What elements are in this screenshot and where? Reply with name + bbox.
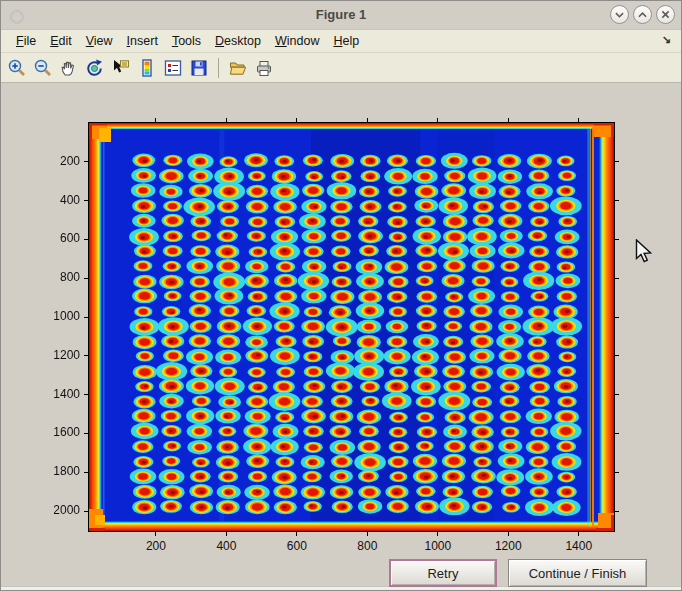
window-controls: [610, 5, 675, 24]
y-tick-label: 1200: [41, 348, 80, 362]
axis-tick: [614, 278, 619, 279]
axis-tick: [614, 511, 619, 512]
data-cursor-icon: [111, 58, 131, 78]
axis-tick: [84, 511, 89, 512]
axis-tick: [578, 118, 579, 123]
maximize-button[interactable]: [633, 5, 652, 24]
chevron-down-icon: [611, 5, 628, 24]
menu-window[interactable]: Window: [268, 32, 326, 50]
y-tick-label: 800: [41, 270, 80, 284]
toolbar-separator: [218, 58, 219, 78]
axis-tick: [614, 161, 619, 162]
y-tick-label: 1000: [41, 309, 80, 323]
x-tick-label: 800: [345, 539, 389, 553]
continue-finish-button[interactable]: Continue / Finish: [508, 559, 647, 587]
axis-tick: [226, 531, 227, 536]
axis-tick: [84, 161, 89, 162]
y-tick-label: 1600: [41, 425, 80, 439]
zoom-in-icon: [7, 58, 27, 78]
y-tick-label: 400: [41, 193, 80, 207]
titlebar[interactable]: Figure 1: [1, 1, 681, 30]
menu-tools[interactable]: Tools: [165, 32, 208, 50]
insert-legend-button[interactable]: [161, 55, 185, 80]
zoom-out-button[interactable]: [31, 55, 55, 80]
axis-tick: [614, 394, 619, 395]
axis-tick: [367, 531, 368, 536]
x-tick-label: 400: [204, 539, 248, 553]
axis-tick: [367, 118, 368, 123]
retry-button[interactable]: Retry: [389, 559, 497, 587]
mouse-cursor: [635, 239, 653, 265]
menu-edit[interactable]: Edit: [43, 32, 79, 50]
menu-items: FileEditViewInsertToolsDesktopWindowHelp: [9, 32, 366, 50]
insert-colorbar-icon: [137, 58, 157, 78]
open-icon: [228, 58, 248, 78]
axis-tick: [614, 472, 619, 473]
x-tick-label: 1400: [557, 539, 601, 553]
data-cursor-button[interactable]: [109, 55, 133, 80]
y-tick-label: 600: [41, 231, 80, 245]
y-tick-label: 200: [41, 154, 80, 168]
rotate-3d-button[interactable]: [83, 55, 107, 80]
axis-tick: [614, 200, 619, 201]
axis-tick: [296, 118, 297, 123]
save-button[interactable]: [187, 55, 211, 80]
open-button[interactable]: [226, 55, 250, 80]
axis-tick: [84, 472, 89, 473]
chevron-up-icon: [634, 5, 651, 24]
save-icon: [189, 58, 209, 78]
close-icon: [657, 5, 674, 24]
pan-icon: [59, 58, 79, 78]
zoom-in-button[interactable]: [5, 55, 29, 80]
axis-tick: [614, 317, 619, 318]
axis-tick: [614, 239, 619, 240]
axis-tick: [84, 200, 89, 201]
axis-tick: [155, 531, 156, 536]
window-title: Figure 1: [1, 7, 681, 22]
axis-tick: [155, 118, 156, 123]
axis-tick: [614, 433, 619, 434]
axis-tick: [84, 239, 89, 240]
zoom-out-icon: [33, 58, 53, 78]
axis-tick: [84, 317, 89, 318]
print-button[interactable]: [252, 55, 276, 80]
dock-figure-icon[interactable]: ↘: [662, 33, 671, 46]
menu-help[interactable]: Help: [326, 32, 366, 50]
insert-legend-icon: [163, 58, 183, 78]
y-tick-label: 1400: [41, 387, 80, 401]
menu-insert[interactable]: Insert: [120, 32, 165, 50]
axis-tick: [226, 118, 227, 123]
figure-window: Figure 1 FileEditViewInsertToolsDesktopW…: [0, 0, 682, 591]
x-tick-label: 1000: [416, 539, 460, 553]
close-button[interactable]: [656, 5, 675, 24]
axis-tick: [84, 278, 89, 279]
x-tick-label: 200: [134, 539, 178, 553]
axis-tick: [508, 118, 509, 123]
x-tick-label: 1200: [486, 539, 530, 553]
print-icon: [254, 58, 274, 78]
axis-tick: [437, 118, 438, 123]
axis-tick: [578, 531, 579, 536]
axis-tick: [508, 531, 509, 536]
y-tick-label: 1800: [41, 464, 80, 478]
x-tick-label: 600: [275, 539, 319, 553]
figure-content: 2004006008001000120014002004006008001000…: [1, 83, 681, 586]
axis-tick: [614, 355, 619, 356]
menubar: FileEditViewInsertToolsDesktopWindowHelp…: [1, 30, 681, 53]
minimize-button[interactable]: [610, 5, 629, 24]
plot-area: 2004006008001000120014002004006008001000…: [84, 118, 619, 536]
pan-button[interactable]: [57, 55, 81, 80]
heatmap-image[interactable]: [89, 123, 614, 531]
rotate-3d-icon: [85, 58, 105, 78]
insert-colorbar-button[interactable]: [135, 55, 159, 80]
menu-desktop[interactable]: Desktop: [208, 32, 268, 50]
axis-tick: [84, 355, 89, 356]
axis-tick: [84, 433, 89, 434]
menu-view[interactable]: View: [79, 32, 120, 50]
axis-tick: [296, 531, 297, 536]
y-tick-label: 2000: [41, 503, 80, 517]
axis-tick: [437, 531, 438, 536]
menu-file[interactable]: File: [9, 32, 43, 50]
axis-tick: [84, 394, 89, 395]
toolbar: [1, 53, 681, 83]
